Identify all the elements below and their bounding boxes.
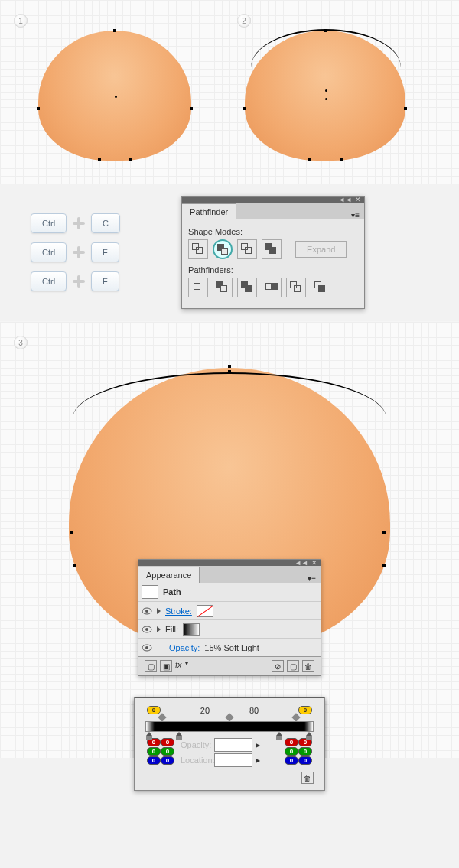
fill-label: Fill:: [165, 625, 178, 634]
expand-button[interactable]: Expand: [295, 241, 347, 258]
g-pill: 0: [161, 747, 174, 756]
b-pill: 0: [285, 756, 298, 765]
canvas-step-3: 3 ◄◄ ✕ Appearance ▾≡ Path Stroke:: [0, 322, 459, 758]
collapse-icon[interactable]: ◄◄: [295, 560, 308, 567]
g-pill: 0: [285, 747, 298, 756]
trash-icon[interactable]: 🗑: [302, 660, 314, 672]
b-pill: 0: [298, 756, 312, 765]
crop-button[interactable]: [262, 278, 282, 297]
expand-icon[interactable]: [157, 608, 161, 614]
expand-icon[interactable]: [157, 626, 161, 632]
gradient-panel-lower: 0 20 80 0 000 000: [0, 758, 459, 868]
opacity-pill-0-right: 0: [298, 706, 312, 714]
key-f: F: [91, 271, 119, 291]
unite-button[interactable]: [188, 239, 208, 259]
g-pill: 0: [298, 747, 312, 756]
key-ctrl: Ctrl: [31, 271, 67, 291]
instructions-row: Ctrl C Ctrl F Ctrl F ◄◄ ✕ Pathfinder ▾≡ …: [0, 184, 459, 321]
tab-appearance[interactable]: Appearance: [138, 567, 200, 583]
location-label: Location:: [181, 756, 211, 765]
key-f: F: [91, 242, 119, 262]
loc-20: 20: [200, 706, 210, 715]
minus-front-button[interactable]: [213, 239, 233, 259]
shortcut-keys: Ctrl C Ctrl F Ctrl F: [31, 213, 120, 291]
gradient-stop[interactable]: [176, 732, 182, 740]
exclude-button[interactable]: [262, 239, 282, 259]
pathfinder-panel: ◄◄ ✕ Pathfinder ▾≡ Shape Modes: Expand P…: [181, 196, 365, 309]
shape-modes-label: Shape Modes:: [188, 227, 358, 236]
fill-swatch[interactable]: [183, 623, 200, 636]
b-pill: 0: [147, 756, 161, 765]
thumbnail-swatch: [142, 585, 158, 599]
outline-button[interactable]: [286, 278, 306, 297]
tab-pathfinder[interactable]: Pathfinder: [182, 203, 236, 219]
trim-button[interactable]: [213, 278, 233, 297]
g-pill: 0: [147, 747, 161, 756]
shape-bun-1: [38, 31, 191, 161]
close-icon[interactable]: ✕: [311, 560, 317, 567]
b-pill: 0: [161, 756, 174, 765]
opacity-link[interactable]: Opacity:: [169, 643, 200, 652]
visibility-toggle[interactable]: [142, 624, 152, 635]
plus-icon: [73, 246, 85, 258]
location-input[interactable]: [214, 753, 252, 767]
r-pill: 0: [285, 738, 298, 746]
layer-icon[interactable]: ▣: [160, 660, 172, 672]
gradient-stop[interactable]: [146, 732, 152, 740]
canvas-step-1-2: 1 2: [0, 0, 459, 184]
path-label: Path: [163, 587, 181, 597]
plus-icon: [73, 275, 85, 288]
pathfinders-label: Pathfinders:: [188, 265, 358, 275]
crescent-outline: [251, 29, 401, 67]
loc-80: 80: [249, 706, 259, 715]
appearance-panel: ◄◄ ✕ Appearance ▾≡ Path Stroke: Fill:: [138, 559, 321, 676]
step-badge-1: 1: [14, 14, 28, 28]
svg-point-1: [145, 610, 148, 613]
step-badge-2: 2: [237, 14, 251, 28]
fx-button[interactable]: fx: [175, 660, 182, 672]
merge-button[interactable]: [237, 278, 257, 297]
key-c: C: [91, 213, 120, 233]
opacity-label: Opacity:: [181, 740, 211, 749]
panel-controls: ◄◄ ✕: [138, 560, 321, 566]
svg-point-3: [145, 628, 148, 631]
intersect-button[interactable]: [237, 239, 257, 259]
menu-icon[interactable]: ▾≡: [308, 574, 316, 583]
key-ctrl: Ctrl: [31, 242, 67, 262]
gradient-stop[interactable]: [276, 732, 282, 740]
key-ctrl: Ctrl: [31, 213, 67, 233]
minus-back-button[interactable]: [311, 278, 330, 297]
trash-icon[interactable]: 🗑: [301, 772, 314, 784]
opacity-input[interactable]: [214, 738, 252, 752]
panel-controls: ◄◄ ✕: [182, 197, 364, 203]
r-pill: 0: [161, 738, 174, 746]
visibility-toggle[interactable]: [142, 606, 152, 616]
stroke-link[interactable]: Stroke:: [165, 606, 192, 616]
close-icon[interactable]: ✕: [355, 197, 361, 203]
gradient-slider[interactable]: [145, 721, 314, 732]
new-art-icon[interactable]: ▢: [145, 660, 157, 672]
divide-button[interactable]: [188, 278, 208, 297]
plus-icon: [73, 217, 85, 229]
stroke-swatch[interactable]: [197, 605, 213, 617]
svg-point-5: [145, 646, 148, 649]
opacity-pill-0-left: 0: [147, 706, 161, 714]
visibility-toggle[interactable]: [142, 642, 152, 653]
clear-icon[interactable]: ⊘: [272, 660, 284, 672]
step-badge-3: 3: [14, 336, 28, 349]
menu-icon[interactable]: ▾≡: [351, 211, 360, 219]
duplicate-icon[interactable]: ▢: [287, 660, 299, 672]
opacity-value: 15% Soft Light: [204, 643, 259, 652]
collapse-icon[interactable]: ◄◄: [338, 197, 352, 203]
gradient-stop[interactable]: [306, 732, 312, 740]
